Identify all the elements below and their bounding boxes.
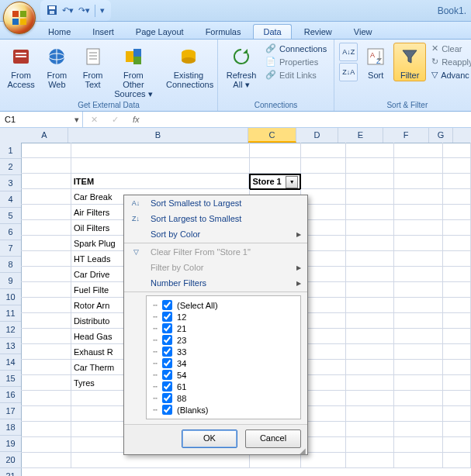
cell-F21[interactable] xyxy=(394,453,443,468)
cell-E5[interactable] xyxy=(346,205,394,220)
name-box-arrow-icon[interactable]: ▾ xyxy=(74,115,79,125)
col-header-b[interactable]: B xyxy=(68,128,248,143)
cell-E20[interactable] xyxy=(346,437,394,453)
sort-smallest-largest[interactable]: A↓ Sort Smallest to Largest xyxy=(124,195,307,211)
cell-F2[interactable] xyxy=(394,158,443,174)
select-all-corner[interactable] xyxy=(0,128,22,143)
tab-formulas[interactable]: Formulas xyxy=(196,25,251,39)
cell-A10[interactable] xyxy=(21,282,71,298)
cell-G12[interactable] xyxy=(443,313,471,329)
sort-desc-button[interactable]: Z↓A xyxy=(339,63,358,81)
cell-E9[interactable] xyxy=(346,267,394,282)
from-access-button[interactable]: From Access xyxy=(5,43,37,91)
undo-icon[interactable]: ↶▾ xyxy=(62,5,74,16)
cell-G9[interactable] xyxy=(443,267,471,282)
cell-E3[interactable] xyxy=(346,174,394,189)
from-web-button[interactable]: From Web xyxy=(40,43,73,91)
row-header-9[interactable]: 9 xyxy=(0,273,21,289)
cell-F16[interactable] xyxy=(394,375,443,391)
filter-button[interactable]: Filter xyxy=(393,43,426,81)
cell-F17[interactable] xyxy=(394,391,443,406)
cell-D2[interactable] xyxy=(301,158,346,174)
col-header-f[interactable]: F xyxy=(383,128,429,143)
cell-F5[interactable] xyxy=(394,205,443,220)
row-header-3[interactable]: 3 xyxy=(0,175,21,191)
cell-B3[interactable]: ITEM xyxy=(71,174,250,189)
cell-G18[interactable] xyxy=(443,406,471,422)
row-header-10[interactable]: 10 xyxy=(0,289,21,305)
cell-G4[interactable] xyxy=(443,189,471,205)
cell-D1[interactable] xyxy=(301,143,346,158)
row-header-17[interactable]: 17 xyxy=(0,403,21,419)
cell-G17[interactable] xyxy=(443,391,471,406)
ok-button[interactable]: OK xyxy=(182,429,237,448)
cell-B2[interactable] xyxy=(71,158,250,174)
check-select-all[interactable]: ⋯(Select All) xyxy=(153,299,297,311)
cell-E21[interactable] xyxy=(346,453,394,468)
connections-button[interactable]: 🔗Connections xyxy=(263,43,329,54)
cell-A3[interactable] xyxy=(21,174,71,189)
cell-E18[interactable] xyxy=(346,406,394,422)
row-header-21[interactable]: 21 xyxy=(0,468,21,476)
row-header-16[interactable]: 16 xyxy=(0,387,21,403)
cell-G14[interactable] xyxy=(443,344,471,360)
cell-F7[interactable] xyxy=(394,236,443,251)
cell-A13[interactable] xyxy=(21,329,71,344)
cell-D21[interactable] xyxy=(301,453,346,468)
cell-A7[interactable] xyxy=(21,236,71,251)
refresh-all-button[interactable]: Refresh All ▾ xyxy=(223,43,260,91)
sort-button[interactable]: AZ Sort xyxy=(361,43,390,81)
cell-A12[interactable] xyxy=(21,313,71,329)
cell-G19[interactable] xyxy=(443,422,471,437)
cell-F20[interactable] xyxy=(394,437,443,453)
cell-G7[interactable] xyxy=(443,236,471,251)
cell-B1[interactable] xyxy=(71,143,250,158)
cell-F11[interactable] xyxy=(394,298,443,313)
cell-F19[interactable] xyxy=(394,422,443,437)
cell-A9[interactable] xyxy=(21,267,71,282)
tab-home[interactable]: Home xyxy=(39,25,80,39)
save-icon[interactable] xyxy=(47,5,57,17)
check-value-21[interactable]: ⋯21 xyxy=(153,323,297,334)
cell-G11[interactable] xyxy=(443,298,471,313)
sort-largest-smallest[interactable]: Z↓ Sort Largest to Smallest xyxy=(124,211,307,226)
cell-G3[interactable] xyxy=(443,174,471,189)
cell-E12[interactable] xyxy=(346,313,394,329)
cell-E14[interactable] xyxy=(346,344,394,360)
cell-G15[interactable] xyxy=(443,360,471,375)
cell-G16[interactable] xyxy=(443,375,471,391)
qat-customize-icon[interactable]: ▾ xyxy=(100,5,105,16)
cell-A19[interactable] xyxy=(21,422,71,437)
cell-E11[interactable] xyxy=(346,298,394,313)
row-header-2[interactable]: 2 xyxy=(0,159,21,175)
check-value-23[interactable]: ⋯23 xyxy=(153,334,297,346)
cell-G6[interactable] xyxy=(443,220,471,236)
check-value-61-checkbox[interactable] xyxy=(162,381,172,391)
cell-A5[interactable] xyxy=(21,205,71,220)
cell-E16[interactable] xyxy=(346,375,394,391)
row-header-8[interactable]: 8 xyxy=(0,257,21,273)
cell-C3[interactable]: Store 1▼ xyxy=(249,174,301,190)
cell-A20[interactable] xyxy=(21,437,71,453)
cell-A18[interactable] xyxy=(21,406,71,422)
cell-G5[interactable] xyxy=(443,205,471,220)
cell-E15[interactable] xyxy=(346,360,394,375)
check-value-88-checkbox[interactable] xyxy=(162,393,172,403)
row-header-7[interactable]: 7 xyxy=(0,240,21,257)
row-header-1[interactable]: 1 xyxy=(0,143,21,159)
cell-E6[interactable] xyxy=(346,220,394,236)
from-other-sources-button[interactable]: From Other Sources ▾ xyxy=(113,43,154,100)
cell-F3[interactable] xyxy=(394,174,443,189)
cell-D3[interactable] xyxy=(301,174,346,189)
cell-G20[interactable] xyxy=(443,437,471,453)
cell-C1[interactable] xyxy=(250,143,301,158)
cell-F18[interactable] xyxy=(394,406,443,422)
cell-C2[interactable] xyxy=(250,158,301,174)
col-header-d[interactable]: D xyxy=(296,128,338,143)
tab-page-layout[interactable]: Page Layout xyxy=(126,25,193,39)
cell-A1[interactable] xyxy=(21,143,71,158)
fx-icon[interactable]: fx xyxy=(133,115,140,124)
cell-F4[interactable] xyxy=(394,189,443,205)
check-value-23-checkbox[interactable] xyxy=(162,335,172,345)
filter-dropdown-button[interactable]: ▼ xyxy=(286,176,298,188)
